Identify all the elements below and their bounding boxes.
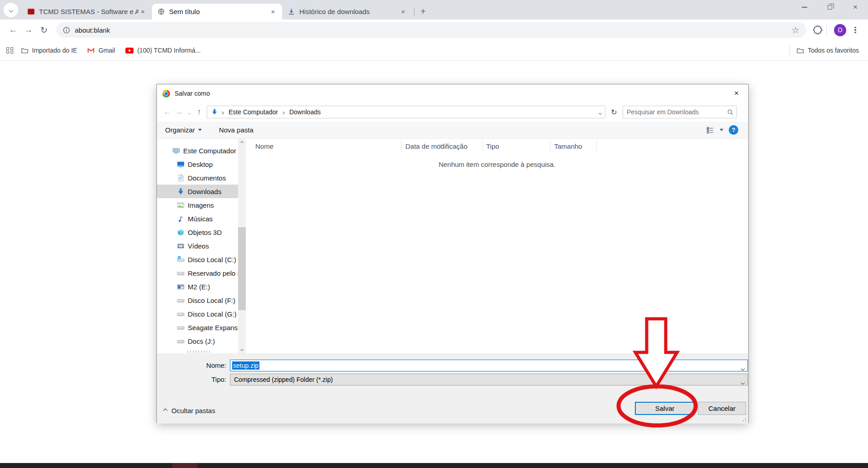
drive-icon [177, 310, 185, 318]
tab-sem-titulo[interactable]: Sem título × [152, 4, 282, 20]
bookmark-tcmd-informatica[interactable]: (100) TCMD Informá... [125, 47, 201, 54]
refresh-icon[interactable]: ↻ [607, 108, 621, 117]
sidebar-item-imagens[interactable]: Imagens [157, 198, 238, 212]
address-bar[interactable]: about:blank ☆ [56, 22, 806, 38]
sidebar-item-este-computador[interactable]: Este Computador [157, 144, 238, 157]
new-folder-button[interactable]: Nova pasta [219, 126, 254, 134]
organize-label: Organizar [165, 126, 195, 134]
folder-tree: Este Computador Desktop Documentos Downl… [157, 139, 246, 353]
new-tab-button[interactable]: + [416, 5, 430, 18]
bookmark-gmail[interactable]: Gmail [87, 47, 115, 54]
info-icon[interactable] [63, 26, 70, 34]
bookmark-importado-do-ie[interactable]: Importado do IE [21, 47, 78, 54]
extensions-icon[interactable] [813, 25, 823, 35]
sidebar-item-docs-j[interactable]: Docs (J:) [157, 334, 238, 348]
tab-search-button[interactable] [4, 3, 18, 17]
dialog-search-box[interactable] [623, 106, 737, 118]
browser-menu-button[interactable] [850, 24, 861, 35]
chevron-down-icon [9, 8, 13, 12]
tree-scrollbar[interactable] [238, 139, 246, 353]
dialog-title-bar: Salvar como × [157, 84, 748, 102]
music-icon [177, 215, 185, 223]
column-header-tipo[interactable]: Tipo [483, 139, 551, 153]
sidebar-item-label: Objetos 3D [188, 229, 222, 236]
empty-folder-message: Nenhum item corresponde à pesquisa. [246, 161, 748, 168]
column-header-nome[interactable]: Nome [246, 139, 402, 153]
bookmarks-separator [14, 46, 15, 55]
hide-folders-button[interactable]: Ocultar pastas [164, 407, 215, 414]
sidebar-item-seagate-expansi[interactable]: Seagate Expansi [157, 321, 238, 334]
breadcrumb-downloads[interactable]: Downloads [289, 108, 321, 116]
save-button[interactable]: Salvar [635, 402, 695, 415]
cancel-button[interactable]: Cancelar [698, 402, 746, 415]
clipped-tree-item [187, 351, 211, 353]
dialog-close-button[interactable]: × [730, 88, 743, 99]
restore-button[interactable] [817, 0, 843, 15]
bookmark-star-icon[interactable]: ☆ [790, 24, 801, 35]
dialog-nav-bar: ← → ↑ › Este Computador › Downloads ↻ [157, 102, 748, 122]
sidebar-item-objetos-3d[interactable]: Objetos 3D [157, 225, 238, 239]
close-icon[interactable]: × [138, 7, 147, 16]
apps-grid-icon[interactable] [6, 47, 13, 54]
minimize-button[interactable] [792, 0, 817, 15]
sidebar-item-disco-local-g[interactable]: Disco Local (G:) [157, 307, 238, 321]
chevron-down-icon[interactable] [741, 378, 744, 385]
tab-tcmd-sistemas[interactable]: TCMD SISTEMAS - Software e A × [22, 4, 152, 20]
download-icon [288, 8, 295, 15]
sidebar-item-desktop[interactable]: Desktop [157, 157, 238, 171]
sidebar-item-disco-local-c[interactable]: Disco Local (C:) [157, 253, 238, 266]
tab-historico-downloads[interactable]: Histórico de downloads × [282, 4, 412, 20]
sidebar-item-disco-local-f[interactable]: Disco Local (F:) [157, 293, 238, 307]
sidebar-item-m-sicas[interactable]: Músicas [157, 212, 238, 225]
downloads-icon [211, 108, 218, 116]
sort-indicator-icon [440, 139, 442, 147]
filename-input[interactable]: setup.zip [230, 360, 748, 371]
sidebar-item-downloads[interactable]: Downloads [157, 185, 238, 198]
sidebar-item-m2-e[interactable]: M2 (E:) [157, 280, 238, 293]
gmail-icon [87, 47, 95, 54]
column-header-data[interactable]: Data de modificação [402, 139, 483, 153]
help-icon[interactable]: ? [729, 125, 738, 135]
view-list-icon[interactable] [706, 126, 714, 134]
up-button[interactable]: ↑ [193, 107, 205, 117]
chevron-down-icon[interactable] [741, 364, 744, 371]
dropdown-arrow-icon [198, 129, 202, 131]
chevron-up-icon [163, 409, 168, 413]
organize-button[interactable]: Organizar [165, 126, 202, 134]
drive-icon [177, 324, 185, 332]
close-window-button[interactable]: × [843, 0, 868, 15]
sidebar-item-label: Reservado pelo S [188, 269, 238, 277]
bookmark-todos-os-favoritos[interactable]: Todos os favoritos [796, 47, 859, 54]
dialog-back-button[interactable]: ← [161, 107, 173, 117]
sidebar-item-label: Desktop [188, 161, 213, 168]
breadcrumb-this-pc[interactable]: Este Computador [229, 108, 278, 116]
breadcrumb-dropdown-icon[interactable] [599, 108, 601, 116]
close-icon[interactable]: × [268, 7, 278, 16]
sidebar-item-documentos[interactable]: Documentos [157, 171, 238, 185]
profile-avatar[interactable]: D [834, 24, 846, 36]
sidebar-item-reservado-pelo-s[interactable]: Reservado pelo S [157, 266, 238, 280]
tcmd-logo-icon [27, 8, 35, 15]
search-input[interactable] [627, 108, 727, 116]
dialog-command-bar: Organizar Nova pasta ? [157, 122, 748, 139]
forward-button[interactable]: → [21, 22, 36, 38]
sidebar-item-v-deos[interactable]: Vídeos [157, 239, 238, 253]
filetype-select[interactable]: Compressed (zipped) Folder (*.zip) [230, 374, 748, 385]
bookmarks-bar: Importado do IE Gmail (100) TCMD Informá… [0, 40, 868, 61]
drive-windows-icon [177, 256, 185, 263]
sidebar-item-label: Docs (J:) [188, 337, 215, 345]
dialog-forward-button[interactable]: → [173, 107, 185, 117]
breadcrumb[interactable]: › Este Computador › Downloads [207, 106, 605, 118]
resize-grip[interactable] [741, 416, 746, 422]
scroll-up-button[interactable] [238, 139, 246, 146]
column-header-tamanho[interactable]: Tamanho [551, 139, 597, 153]
recent-locations-button[interactable] [185, 107, 193, 117]
reload-button[interactable]: ↻ [36, 22, 52, 38]
view-dropdown-icon[interactable] [720, 129, 723, 131]
back-button[interactable]: ← [5, 22, 21, 38]
scrollbar-thumb[interactable] [238, 227, 246, 310]
scroll-down-button[interactable] [238, 346, 246, 353]
sidebar-item-label: Este Computador [183, 147, 236, 155]
bookmark-label: Todos os favoritos [808, 47, 859, 54]
close-icon[interactable]: × [399, 7, 408, 16]
